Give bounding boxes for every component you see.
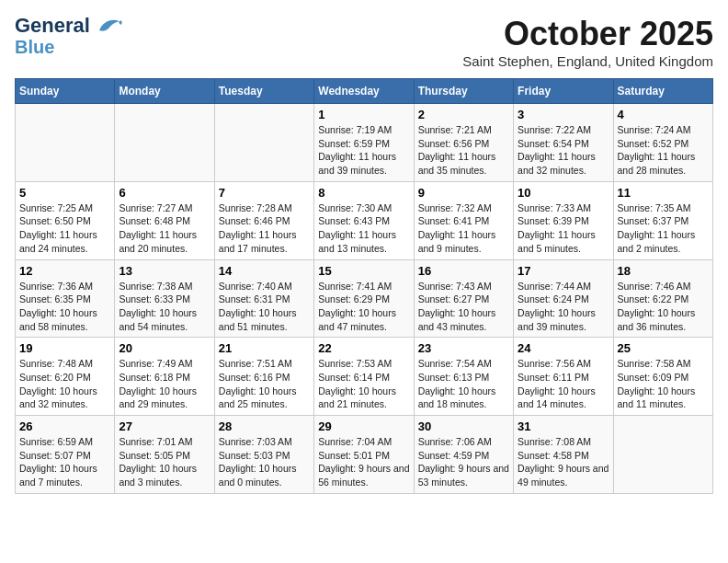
calendar-cell: 27Sunrise: 7:01 AM Sunset: 5:05 PM Dayli… [115,416,214,494]
day-info: Sunrise: 7:49 AM Sunset: 6:18 PM Dayligh… [119,357,210,411]
logo-bird-icon [94,16,123,36]
day-info: Sunrise: 7:30 AM Sunset: 6:43 PM Dayligh… [318,201,409,256]
calendar-cell: 14Sunrise: 7:40 AM Sunset: 6:31 PM Dayli… [214,259,313,338]
day-number: 21 [219,341,310,355]
page-header: General Blue October 2025 Saint Stephen,… [15,15,713,69]
day-info: Sunrise: 7:21 AM Sunset: 6:56 PM Dayligh… [418,123,509,178]
calendar-cell: 11Sunrise: 7:35 AM Sunset: 6:37 PM Dayli… [613,181,712,259]
day-info: Sunrise: 7:22 AM Sunset: 6:54 PM Dayligh… [518,123,609,178]
calendar-cell: 28Sunrise: 7:03 AM Sunset: 5:03 PM Dayli… [214,416,313,494]
day-info: Sunrise: 7:33 AM Sunset: 6:39 PM Dayligh… [518,201,609,256]
day-info: Sunrise: 7:51 AM Sunset: 6:16 PM Dayligh… [219,357,310,411]
day-number: 26 [19,419,110,433]
day-info: Sunrise: 7:04 AM Sunset: 5:01 PM Dayligh… [318,435,409,489]
day-info: Sunrise: 7:24 AM Sunset: 6:52 PM Dayligh… [618,123,709,178]
day-info: Sunrise: 7:08 AM Sunset: 4:58 PM Dayligh… [518,435,609,489]
day-number: 16 [418,264,509,278]
day-number: 12 [19,264,110,278]
calendar-cell: 4Sunrise: 7:24 AM Sunset: 6:52 PM Daylig… [613,104,712,182]
weekday-header: Friday [514,79,613,104]
calendar-cell: 26Sunrise: 6:59 AM Sunset: 5:07 PM Dayli… [16,416,115,494]
calendar-week-row: 12Sunrise: 7:36 AM Sunset: 6:35 PM Dayli… [16,259,713,338]
day-number: 2 [418,108,509,121]
calendar-cell: 8Sunrise: 7:30 AM Sunset: 6:43 PM Daylig… [314,181,414,259]
day-info: Sunrise: 6:59 AM Sunset: 5:07 PM Dayligh… [19,435,110,489]
calendar-week-row: 26Sunrise: 6:59 AM Sunset: 5:07 PM Dayli… [16,416,713,494]
day-number: 20 [119,341,210,355]
day-info: Sunrise: 7:38 AM Sunset: 6:33 PM Dayligh… [119,280,210,334]
calendar-cell: 30Sunrise: 7:06 AM Sunset: 4:59 PM Dayli… [414,416,513,494]
day-number: 4 [618,108,709,121]
day-info: Sunrise: 7:27 AM Sunset: 6:48 PM Dayligh… [119,201,210,256]
calendar-body: 1Sunrise: 7:19 AM Sunset: 6:59 PM Daylig… [16,104,713,494]
day-number: 8 [318,186,409,200]
day-info: Sunrise: 7:40 AM Sunset: 6:31 PM Dayligh… [219,280,310,334]
calendar-week-row: 1Sunrise: 7:19 AM Sunset: 6:59 PM Daylig… [16,104,713,182]
calendar-cell: 10Sunrise: 7:33 AM Sunset: 6:39 PM Dayli… [514,181,613,259]
day-number: 19 [19,341,110,355]
weekday-header: Wednesday [314,79,414,104]
day-info: Sunrise: 7:32 AM Sunset: 6:41 PM Dayligh… [418,201,509,256]
calendar-cell: 31Sunrise: 7:08 AM Sunset: 4:58 PM Dayli… [514,416,613,494]
calendar-cell: 12Sunrise: 7:36 AM Sunset: 6:35 PM Dayli… [16,259,115,338]
calendar-cell: 18Sunrise: 7:46 AM Sunset: 6:22 PM Dayli… [613,259,712,338]
calendar-cell: 29Sunrise: 7:04 AM Sunset: 5:01 PM Dayli… [314,416,414,494]
weekday-header: Saturday [613,79,712,104]
day-info: Sunrise: 7:46 AM Sunset: 6:22 PM Dayligh… [618,280,709,334]
day-info: Sunrise: 7:58 AM Sunset: 6:09 PM Dayligh… [618,357,709,411]
day-number: 14 [219,264,310,278]
day-number: 28 [219,419,310,433]
day-number: 30 [418,419,509,433]
day-info: Sunrise: 7:54 AM Sunset: 6:13 PM Dayligh… [418,357,509,411]
calendar-cell: 17Sunrise: 7:44 AM Sunset: 6:24 PM Dayli… [514,259,613,338]
calendar-cell: 3Sunrise: 7:22 AM Sunset: 6:54 PM Daylig… [514,104,613,182]
day-number: 27 [119,419,210,433]
calendar-cell [115,104,214,182]
calendar-week-row: 5Sunrise: 7:25 AM Sunset: 6:50 PM Daylig… [16,181,713,259]
weekday-header: Thursday [414,79,513,104]
weekday-header: Monday [115,79,214,104]
day-number: 7 [219,186,310,200]
logo: General Blue [15,15,123,57]
day-info: Sunrise: 7:56 AM Sunset: 6:11 PM Dayligh… [518,357,609,411]
day-info: Sunrise: 7:28 AM Sunset: 6:46 PM Dayligh… [219,201,310,256]
month-title: October 2025 [462,15,713,53]
day-info: Sunrise: 7:35 AM Sunset: 6:37 PM Dayligh… [618,201,709,256]
calendar-cell [613,416,712,494]
calendar-cell: 16Sunrise: 7:43 AM Sunset: 6:27 PM Dayli… [414,259,513,338]
day-number: 25 [618,341,709,355]
day-number: 22 [318,341,409,355]
day-info: Sunrise: 7:19 AM Sunset: 6:59 PM Dayligh… [318,123,409,178]
day-info: Sunrise: 7:41 AM Sunset: 6:29 PM Dayligh… [318,280,409,334]
calendar-week-row: 19Sunrise: 7:48 AM Sunset: 6:20 PM Dayli… [16,338,713,416]
calendar-cell: 7Sunrise: 7:28 AM Sunset: 6:46 PM Daylig… [214,181,313,259]
calendar-cell: 21Sunrise: 7:51 AM Sunset: 6:16 PM Dayli… [214,338,313,416]
day-number: 13 [119,264,210,278]
title-block: October 2025 Saint Stephen, England, Uni… [462,15,713,69]
calendar-cell [16,104,115,182]
calendar-cell: 6Sunrise: 7:27 AM Sunset: 6:48 PM Daylig… [115,181,214,259]
logo-text: General [15,15,90,37]
day-number: 24 [518,341,609,355]
location-title: Saint Stephen, England, United Kingdom [462,53,713,69]
day-info: Sunrise: 7:01 AM Sunset: 5:05 PM Dayligh… [119,435,210,489]
calendar-cell: 25Sunrise: 7:58 AM Sunset: 6:09 PM Dayli… [613,338,712,416]
calendar-cell: 23Sunrise: 7:54 AM Sunset: 6:13 PM Dayli… [414,338,513,416]
calendar-header-row: SundayMondayTuesdayWednesdayThursdayFrid… [16,79,713,104]
day-info: Sunrise: 7:25 AM Sunset: 6:50 PM Dayligh… [19,201,110,256]
day-number: 3 [518,108,609,121]
day-info: Sunrise: 7:53 AM Sunset: 6:14 PM Dayligh… [318,357,409,411]
calendar-cell: 22Sunrise: 7:53 AM Sunset: 6:14 PM Dayli… [314,338,414,416]
calendar-cell: 5Sunrise: 7:25 AM Sunset: 6:50 PM Daylig… [16,181,115,259]
logo-blue-text: Blue [15,37,54,57]
calendar-cell: 15Sunrise: 7:41 AM Sunset: 6:29 PM Dayli… [314,259,414,338]
calendar-table: SundayMondayTuesdayWednesdayThursdayFrid… [15,78,713,494]
day-number: 18 [618,264,709,278]
weekday-header: Tuesday [214,79,313,104]
day-number: 6 [119,186,210,200]
day-number: 5 [19,186,110,200]
day-info: Sunrise: 7:44 AM Sunset: 6:24 PM Dayligh… [518,280,609,334]
calendar-cell: 13Sunrise: 7:38 AM Sunset: 6:33 PM Dayli… [115,259,214,338]
day-info: Sunrise: 7:36 AM Sunset: 6:35 PM Dayligh… [19,280,110,334]
day-number: 11 [618,186,709,200]
